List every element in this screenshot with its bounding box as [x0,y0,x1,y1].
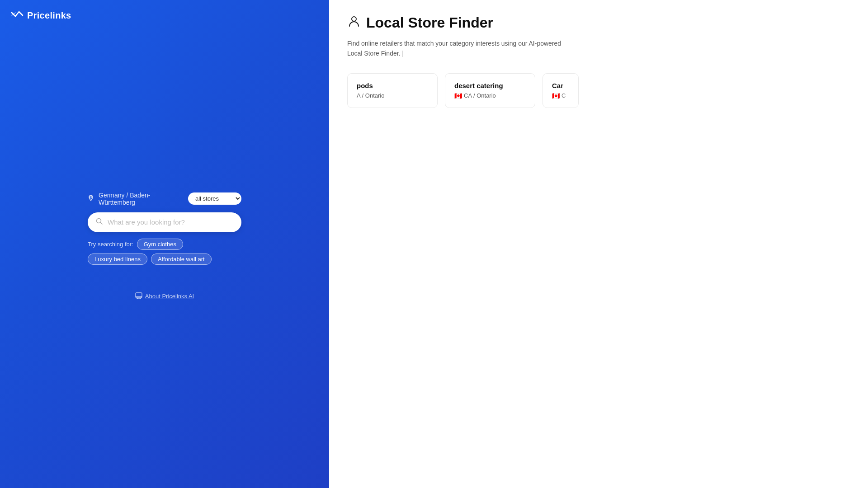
page-description: Find online retailers that match your ca… [347,38,564,59]
suggestion-chip-affordable-wall-art[interactable]: Affordable wall art [151,253,212,265]
store-location-text: C [561,92,566,99]
left-panel: Pricelinks Germany / Baden-Württemberg a… [0,0,329,488]
store-type-select[interactable]: all stores online stores local stores [188,192,241,205]
store-name: Car [552,82,569,89]
store-location: 🇨🇦 C [552,92,569,99]
store-location: A / Ontario [357,92,428,99]
search-section: Germany / Baden-Württemberg all stores o… [0,4,329,488]
page-title: Local Store Finder [366,14,493,31]
try-searching-label: Try searching for: [88,241,133,248]
right-panel: Local Store Finder Find online retailers… [329,0,868,488]
store-card-desert-catering[interactable]: desert catering 🇨🇦 CA / Ontario [445,73,535,108]
search-box [88,212,241,232]
about-link-row: About Pricelinks AI [135,292,194,300]
store-finder-icon [347,14,361,31]
location-row: Germany / Baden-Württemberg all stores o… [88,192,241,206]
store-card-pods[interactable]: pods A / Ontario [347,73,438,108]
location-text: Germany / Baden-Württemberg [99,192,184,206]
about-icon [135,292,142,300]
search-input[interactable] [108,218,233,226]
results-row: pods A / Ontario desert catering 🇨🇦 CA /… [347,73,850,108]
location-icon [88,195,94,203]
suggestions-row: Try searching for: Gym clothes Luxury be… [88,239,241,265]
svg-point-0 [90,196,92,198]
store-name: pods [357,82,428,89]
store-name: desert catering [454,82,526,89]
store-card-partial[interactable]: Car 🇨🇦 C [542,73,579,108]
store-location-text: CA / Ontario [464,92,496,99]
about-link[interactable]: About Pricelinks AI [145,293,194,300]
page-header: Local Store Finder [347,14,850,31]
flag-icon: 🇨🇦 [454,92,462,99]
svg-point-8 [352,17,356,21]
suggestion-chip-luxury-bed-linens[interactable]: Luxury bed linens [88,253,147,265]
svg-line-2 [101,222,103,224]
svg-rect-3 [136,293,142,298]
store-location-text: A / Ontario [357,92,384,99]
store-location: 🇨🇦 CA / Ontario [454,92,526,99]
search-icon [96,218,103,227]
flag-icon: 🇨🇦 [552,92,560,99]
suggestion-chip-gym-clothes[interactable]: Gym clothes [137,239,183,250]
